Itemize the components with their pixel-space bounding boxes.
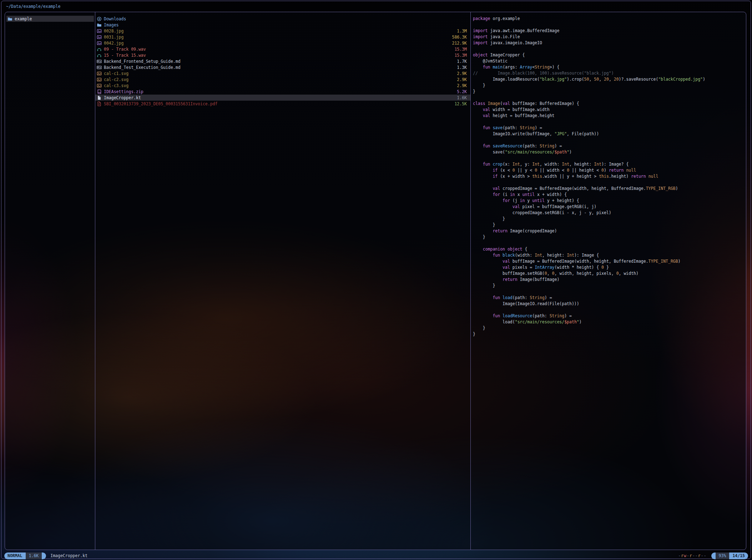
- file-name: cal-c1.svg: [104, 71, 128, 76]
- file-list-row[interactable]: Images: [95, 22, 470, 28]
- code-line: }: [473, 234, 746, 240]
- file-list-row[interactable]: cal-c1.svg2.9K: [95, 70, 470, 76]
- file-list-row[interactable]: Backend_Frontend_Setup_Guide.md1.7K: [95, 58, 470, 64]
- folder-icon: [7, 16, 12, 21]
- file-list-row[interactable]: SBI_0032013739_2023_DE05_0003155631Invoi…: [95, 101, 470, 107]
- file-size: 15.3M: [454, 53, 467, 58]
- status-permissions: -rw-r--r--: [678, 553, 706, 558]
- file-size: 1.3M: [457, 29, 467, 34]
- code-line: }: [473, 216, 746, 222]
- progress-badge: 93%: [716, 553, 730, 559]
- code-line: [473, 137, 746, 143]
- file-list-row[interactable]: Downloads: [95, 16, 470, 22]
- file-name: IDEAsettings.zip: [104, 89, 143, 94]
- markdown-icon: [97, 65, 102, 70]
- code-line: val height = buffImage.height: [473, 113, 746, 119]
- code-line: [473, 46, 746, 52]
- file-size: 1.3K: [457, 65, 467, 70]
- code-line: if (x < 0 || y < 0 || width < 0 || heigh…: [473, 167, 746, 173]
- code-line: [473, 289, 746, 295]
- file-list-row[interactable]: 0031.jpg586.3K: [95, 34, 470, 40]
- code-line: val width = buffImage.width: [473, 107, 746, 113]
- image-icon: [97, 35, 102, 40]
- pdf-icon: [97, 101, 102, 106]
- file-list-row[interactable]: 0028.jpg1.3M: [95, 28, 470, 34]
- file-list-row[interactable]: cal-c2.svg2.9K: [95, 76, 470, 82]
- position-badge: 14/15: [729, 553, 748, 559]
- code-line: buffImage.setRGB(0, 0, width, height, pi…: [473, 271, 746, 277]
- pill-cap: [42, 553, 46, 559]
- code-line: val pixels = IntArray(width * height) { …: [473, 264, 746, 271]
- mode-size-pill: NORMAL 1.6K: [4, 553, 46, 559]
- folder-download-icon: [97, 16, 102, 21]
- status-bar: NORMAL 1.6K ImageCropper.kt -rw-r--r-- 9…: [4, 552, 748, 559]
- file-name: cal-c3.svg: [104, 83, 128, 88]
- pill-cap: [711, 553, 716, 559]
- file-name: 09 - Track 09.wav: [104, 47, 146, 52]
- file-list-row[interactable]: Backend_Test_Execution_Guide.md1.3K: [95, 64, 470, 70]
- file-list-row[interactable]: ImageCropper.kt1.6K: [95, 95, 470, 101]
- file-name: SBI_0032013739_2023_DE05_0003155631Invoi…: [104, 101, 218, 106]
- file-name: Images: [104, 22, 119, 27]
- code-line: fun save(path: String) =: [473, 125, 746, 131]
- file-name: 0031.jpg: [104, 35, 123, 40]
- file-name: Backend_Test_Execution_Guide.md: [104, 65, 181, 70]
- code-line: val buffImage = BufferedImage(width, hei…: [473, 258, 746, 264]
- image-icon: [97, 77, 102, 82]
- code-line: }: [473, 325, 746, 331]
- code-line: croppedImage.setRGB(i - x, j - y, pixel): [473, 210, 746, 216]
- file-size: 5.2K: [457, 89, 467, 94]
- progress-position-pill: 93% 14/15: [711, 553, 748, 559]
- file-name: 0028.jpg: [104, 29, 123, 34]
- code-line: load("src/main/resources/$path"): [473, 319, 746, 325]
- code-line: }: [473, 222, 746, 228]
- mode-badge: NORMAL: [4, 553, 26, 559]
- image-icon: [97, 71, 102, 76]
- code-line: fun loadResource(path: String) =: [473, 313, 746, 319]
- archive-icon: [97, 89, 102, 94]
- file-list-row[interactable]: 0042.jpg212.9K: [95, 40, 470, 46]
- code-line: val pixel = buffImage.getRGB(i, j): [473, 204, 746, 210]
- code-line: class Image(val buffImage: BufferedImage…: [473, 101, 746, 107]
- current-directory-pane: DownloadsImages0028.jpg1.3M0031.jpg586.3…: [95, 12, 471, 550]
- file-size: 212.9K: [452, 41, 467, 46]
- file-icon: [97, 95, 102, 100]
- code-line: [473, 180, 746, 186]
- breadcrumb-path: ~/Data/example/example: [6, 2, 60, 10]
- file-name: ImageCropper.kt: [104, 95, 141, 100]
- code-line: }: [473, 283, 746, 289]
- headphones-icon: [97, 53, 102, 58]
- selected-size-badge: 1.6K: [26, 553, 42, 559]
- code-line: object ImageCropper {: [473, 52, 746, 58]
- code-line: ImageIO.write(buffImage, "JPG", File(pat…: [473, 131, 746, 137]
- file-size: 2.9K: [457, 83, 467, 88]
- code-line: fun crop(x: Int, y: Int, width: Int, hei…: [473, 161, 746, 167]
- file-list-row[interactable]: cal-c3.svg2.9K: [95, 82, 470, 89]
- file-size: 586.3K: [452, 35, 467, 40]
- file-list-row[interactable]: IDEAsettings.zip5.2K: [95, 89, 470, 95]
- file-name: 15 - Track 15.wav: [104, 53, 146, 58]
- code-line: fun saveResource(path: String) =: [473, 143, 746, 149]
- status-filename: ImageCropper.kt: [50, 553, 87, 558]
- file-size: 12.5K: [454, 101, 467, 106]
- image-icon: [97, 83, 102, 88]
- file-name: cal-c2.svg: [104, 77, 128, 82]
- file-name: 0042.jpg: [104, 41, 123, 46]
- file-list-row[interactable]: 09 - Track 09.wav15.3M: [95, 46, 470, 52]
- code-line: Image(ImageIO.read(File(path))): [473, 301, 746, 307]
- code-line: import java.io.File: [473, 34, 746, 40]
- code-line: for (j in y until y + height) {: [473, 198, 746, 204]
- code-line: for (i in x until x + width) {: [473, 192, 746, 198]
- code-line: fun main(args: Array<String>) {: [473, 64, 746, 70]
- file-name: Downloads: [104, 16, 126, 21]
- parent-directory-row[interactable]: example: [6, 16, 94, 22]
- code-line: }: [473, 331, 746, 337]
- file-list-row[interactable]: 15 - Track 15.wav15.3M: [95, 52, 470, 58]
- file-name: Backend_Frontend_Setup_Guide.md: [104, 59, 181, 64]
- image-icon: [97, 41, 102, 46]
- markdown-icon: [97, 59, 102, 64]
- file-size: 1.7K: [457, 59, 467, 64]
- code-line: return Image(croppedImage): [473, 228, 746, 234]
- code-line: [473, 95, 746, 101]
- code-line: [473, 307, 746, 313]
